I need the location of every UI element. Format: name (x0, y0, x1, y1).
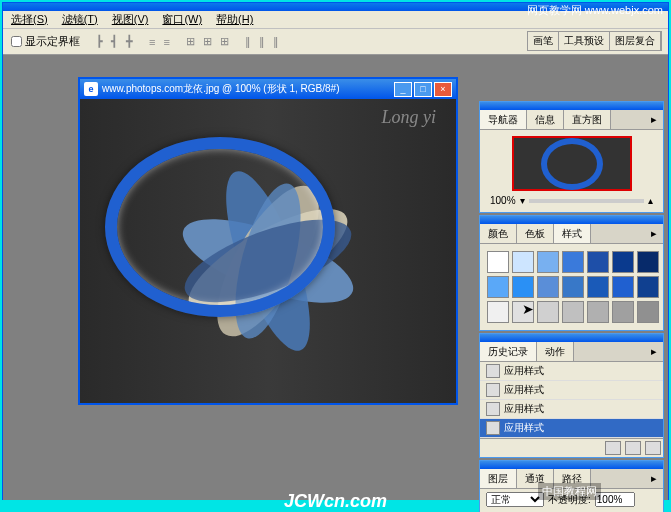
distribute-icon[interactable]: ⊞ (203, 35, 212, 48)
style-swatch[interactable] (537, 301, 559, 323)
oval-frame-shape[interactable] (105, 137, 335, 317)
style-swatch[interactable] (562, 251, 584, 273)
style-swatch[interactable] (587, 301, 609, 323)
style-swatch[interactable] (537, 251, 559, 273)
distribute-icon[interactable]: ⊞ (186, 35, 195, 48)
history-item-label: 应用样式 (504, 364, 544, 378)
tab-history[interactable]: 历史记录 (480, 342, 537, 361)
style-swatch[interactable] (487, 276, 509, 298)
distribute-icon[interactable]: ‖ (259, 35, 265, 48)
panel-menu-icon[interactable]: ▸ (645, 110, 663, 129)
tab-layers[interactable]: 图层 (480, 469, 517, 488)
history-step-icon (486, 383, 500, 397)
style-swatch[interactable] (537, 276, 559, 298)
document-titlebar[interactable]: e www.photops.com龙依.jpg @ 100% (形状 1, RG… (80, 79, 456, 99)
style-swatch[interactable] (612, 276, 634, 298)
photoshop-app: 选择(S) 滤镜(T) 视图(V) 窗口(W) 帮助(H) 显示定界框 ┣ ┫ … (2, 2, 669, 500)
ie-icon: e (84, 82, 98, 96)
history-item[interactable]: 应用样式 (480, 362, 663, 381)
zoom-slider[interactable] (529, 199, 644, 203)
style-swatch[interactable] (512, 276, 534, 298)
watermark-bottom: JCWcn.com (0, 491, 671, 512)
align-icon[interactable]: ┫ (111, 35, 118, 48)
style-swatch[interactable] (637, 251, 659, 273)
distribute-icon[interactable]: ‖ (273, 35, 279, 48)
style-swatch[interactable] (587, 276, 609, 298)
panels-column: 导航器 信息 直方图 ▸ 100% ▾ ▴ (479, 101, 664, 512)
canvas[interactable]: Long yi (80, 99, 456, 403)
signature-text: Long yi (381, 107, 436, 128)
palette-well: 画笔 工具预设 图层复合 (527, 31, 662, 51)
history-step-icon (486, 421, 500, 435)
close-button[interactable]: × (434, 82, 452, 97)
tab-swatches[interactable]: 色板 (517, 224, 554, 243)
style-swatch[interactable] (562, 276, 584, 298)
panel-drag-bar[interactable] (480, 461, 663, 469)
menu-select[interactable]: 选择(S) (11, 12, 48, 27)
history-step-icon (486, 402, 500, 416)
style-swatch[interactable] (612, 301, 634, 323)
history-list: 应用样式应用样式应用样式应用样式 (480, 362, 663, 438)
tab-actions[interactable]: 动作 (537, 342, 574, 361)
tab-histogram[interactable]: 直方图 (564, 110, 611, 129)
panel-drag-bar[interactable] (480, 216, 663, 224)
history-footer (480, 438, 663, 457)
align-icon[interactable]: ╋ (126, 35, 133, 48)
distribute-icons-2: ⊞ ⊞ ⊞ (186, 35, 229, 48)
palette-tab-comps[interactable]: 图层复合 (610, 32, 661, 50)
navigator-panel: 导航器 信息 直方图 ▸ 100% ▾ ▴ (479, 101, 664, 213)
panel-menu-icon[interactable]: ▸ (645, 224, 663, 243)
style-swatch[interactable] (612, 251, 634, 273)
styles-grid (484, 248, 659, 326)
palette-tab-presets[interactable]: 工具预设 (559, 32, 610, 50)
document-title: www.photops.com龙依.jpg @ 100% (形状 1, RGB/… (102, 82, 339, 96)
align-icon[interactable]: ┣ (96, 35, 103, 48)
style-swatch[interactable] (512, 301, 534, 323)
show-bounding-box-checkbox[interactable]: 显示定界框 (11, 34, 80, 49)
zoom-out-icon[interactable]: ▾ (520, 195, 525, 206)
document-window[interactable]: e www.photops.com龙依.jpg @ 100% (形状 1, RG… (78, 77, 458, 405)
tab-info[interactable]: 信息 (527, 110, 564, 129)
menu-window[interactable]: 窗口(W) (162, 12, 202, 27)
history-item[interactable]: 应用样式 (480, 419, 663, 438)
style-swatch[interactable] (637, 301, 659, 323)
tab-color[interactable]: 颜色 (480, 224, 517, 243)
distribute-icon[interactable]: ‖ (245, 35, 251, 48)
styles-panel: 颜色 色板 样式 ▸ ➤ (479, 215, 664, 331)
align-icons: ┣ ┫ ╋ (96, 35, 133, 48)
menu-filter[interactable]: 滤镜(T) (62, 12, 98, 27)
maximize-button[interactable]: □ (414, 82, 432, 97)
menu-help[interactable]: 帮助(H) (216, 12, 253, 27)
zoom-in-icon[interactable]: ▴ (648, 195, 653, 206)
distribute-icon[interactable]: ≡ (163, 36, 169, 48)
style-swatch[interactable] (512, 251, 534, 273)
style-swatch[interactable] (637, 276, 659, 298)
style-swatch[interactable] (487, 301, 509, 323)
menu-view[interactable]: 视图(V) (112, 12, 149, 27)
tab-styles[interactable]: 样式 (554, 224, 591, 243)
style-swatch[interactable] (487, 251, 509, 273)
style-swatch[interactable] (587, 251, 609, 273)
style-swatch[interactable] (562, 301, 584, 323)
history-item-label: 应用样式 (504, 383, 544, 397)
distribute-icon[interactable]: ≡ (149, 36, 155, 48)
panel-menu-icon[interactable]: ▸ (645, 469, 663, 488)
workspace: e www.photops.com龙依.jpg @ 100% (形状 1, RG… (3, 55, 668, 500)
panel-menu-icon[interactable]: ▸ (645, 342, 663, 361)
window-controls: _ □ × (394, 82, 452, 97)
history-item[interactable]: 应用样式 (480, 381, 663, 400)
tab-navigator[interactable]: 导航器 (480, 110, 527, 129)
minimize-button[interactable]: _ (394, 82, 412, 97)
history-item-label: 应用样式 (504, 402, 544, 416)
navigator-thumbnail[interactable] (512, 136, 632, 191)
history-item[interactable]: 应用样式 (480, 400, 663, 419)
panel-drag-bar[interactable] (480, 334, 663, 342)
panel-drag-bar[interactable] (480, 102, 663, 110)
new-doc-icon[interactable] (625, 441, 641, 455)
zoom-value: 100% (490, 195, 516, 206)
distribute-icon[interactable]: ⊞ (220, 35, 229, 48)
trash-icon[interactable] (645, 441, 661, 455)
distribute-icons-3: ‖ ‖ ‖ (245, 35, 279, 48)
palette-tab-brushes[interactable]: 画笔 (528, 32, 559, 50)
new-snapshot-icon[interactable] (605, 441, 621, 455)
